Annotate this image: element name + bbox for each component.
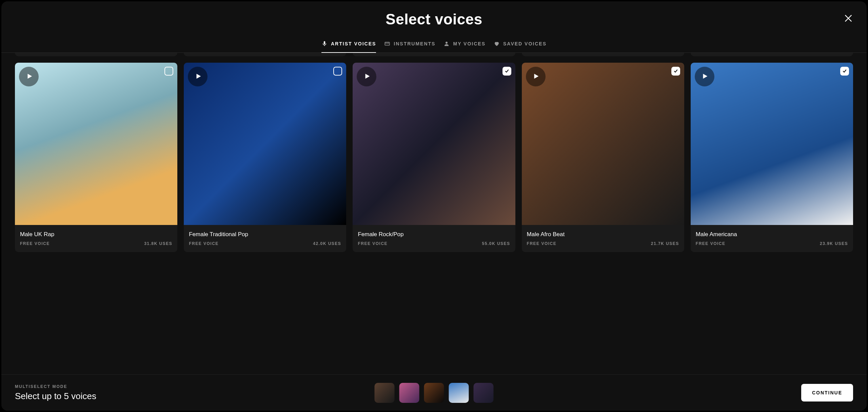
voice-card[interactable]: Male AmericanaFREE VOICE23.9K USES [691, 63, 853, 252]
play-button[interactable] [526, 67, 546, 86]
selected-voice-chip[interactable] [474, 383, 494, 403]
check-icon [673, 68, 678, 75]
voice-uses: 55.0K USES [482, 241, 510, 246]
multiselect-mode-label: MULTISELECT MODE [15, 384, 96, 389]
voice-title: Male Afro Beat [527, 231, 679, 238]
voice-artwork [15, 63, 177, 225]
select-checkbox[interactable] [164, 67, 173, 76]
check-icon [504, 68, 510, 75]
voice-artwork [353, 63, 515, 225]
tab-label: MY VOICES [453, 41, 486, 46]
voice-title: Female Traditional Pop [189, 231, 341, 238]
tab-label: SAVED VOICES [503, 41, 547, 46]
play-icon [25, 73, 33, 81]
play-button[interactable] [695, 67, 714, 86]
check-icon [842, 68, 847, 75]
voice-stats-row: FREE VOICE42.0K USES [189, 241, 341, 246]
voice-thumbnail [15, 63, 177, 225]
svg-rect-3 [386, 42, 387, 44]
play-icon [194, 73, 202, 81]
voice-title: Male UK Rap [20, 231, 172, 238]
voice-card[interactable]: Male Synth PopFREE VOICE28.9K USES [15, 53, 177, 56]
voice-card[interactable]: Female Talk-RapFREE VOICE25.7K USES [522, 53, 684, 56]
selected-voice-chip[interactable] [375, 383, 395, 403]
tab-instruments[interactable]: INSTRUMENTS [384, 36, 435, 53]
voice-meta: Male Afro BeatFREE VOICE21.7K USES [522, 225, 684, 252]
play-icon [531, 73, 540, 81]
voice-thumbnail [691, 63, 853, 225]
voice-grid-scroll[interactable]: Male Synth PopFREE VOICE28.9K USESMale A… [1, 53, 867, 411]
play-button[interactable] [19, 67, 39, 86]
voice-meta: Female Doo-Wop PopFREE VOICE38.5K USES [353, 53, 515, 56]
voice-artwork [184, 63, 346, 225]
voice-meta: Male Synth PopFREE VOICE28.9K USES [15, 53, 177, 56]
voice-card[interactable]: Male Alternative RockFREE VOICE39.4K USE… [184, 53, 346, 56]
voice-badge: FREE VOICE [527, 241, 557, 246]
voice-uses: 42.0K USES [313, 241, 341, 246]
voice-meta: Female Pop DiscoFREE VOICE32.8K USES [691, 53, 853, 56]
footer-info: MULTISELECT MODE Select up to 5 voices [15, 384, 96, 401]
tab-my-voices[interactable]: MY VOICES [443, 36, 486, 53]
select-checkbox[interactable] [333, 67, 342, 76]
voice-card[interactable]: Female Traditional PopFREE VOICE42.0K US… [184, 63, 346, 252]
select-voices-modal: Select voices ARTIST VOICES INSTRUMENTS [1, 1, 867, 411]
voice-artwork [691, 63, 853, 225]
tab-artist-voices[interactable]: ARTIST VOICES [321, 36, 376, 53]
heart-icon [494, 41, 500, 47]
selected-voice-chips [375, 383, 494, 403]
voice-badge: FREE VOICE [189, 241, 219, 246]
play-button[interactable] [188, 67, 208, 86]
voice-card[interactable]: Male UK RapFREE VOICE31.8K USES [15, 63, 177, 252]
play-icon [362, 73, 371, 81]
voice-meta: Male UK RapFREE VOICE31.8K USES [15, 225, 177, 252]
tab-saved-voices[interactable]: SAVED VOICES [494, 36, 547, 53]
voice-meta: Female Rock/PopFREE VOICE55.0K USES [353, 225, 515, 252]
tab-bar: ARTIST VOICES INSTRUMENTS MY VOICES SAVE… [1, 36, 867, 53]
modal-header: Select voices ARTIST VOICES INSTRUMENTS [1, 1, 867, 53]
tab-label: ARTIST VOICES [331, 41, 376, 46]
svg-rect-5 [388, 42, 389, 44]
voice-card[interactable]: Female Doo-Wop PopFREE VOICE38.5K USES [353, 53, 515, 56]
select-checkbox[interactable] [502, 67, 511, 76]
voice-card[interactable]: Male Afro BeatFREE VOICE21.7K USES [522, 63, 684, 252]
voice-uses: 31.8K USES [144, 241, 172, 246]
tab-label: INSTRUMENTS [394, 41, 435, 46]
close-button[interactable] [844, 14, 853, 23]
voice-card[interactable]: Female Pop DiscoFREE VOICE32.8K USES [691, 53, 853, 56]
voice-uses: 23.9K USES [820, 241, 848, 246]
voice-meta: Female Talk-RapFREE VOICE25.7K USES [522, 53, 684, 56]
person-icon [443, 41, 450, 47]
svg-point-6 [446, 42, 448, 44]
voice-badge: FREE VOICE [696, 241, 726, 246]
continue-button[interactable]: CONTINUE [801, 384, 853, 401]
piano-icon [384, 41, 390, 47]
voice-stats-row: FREE VOICE31.8K USES [20, 241, 172, 246]
select-checkbox[interactable] [840, 67, 849, 76]
voice-title: Female Rock/Pop [358, 231, 510, 238]
voice-meta: Female Traditional PopFREE VOICE42.0K US… [184, 225, 346, 252]
select-checkbox[interactable] [671, 67, 680, 76]
voice-meta: Male Alternative RockFREE VOICE39.4K USE… [184, 53, 346, 56]
voice-artwork [522, 63, 684, 225]
voice-thumbnail [353, 63, 515, 225]
voice-uses: 21.7K USES [651, 241, 679, 246]
voice-meta: Male AmericanaFREE VOICE23.9K USES [691, 225, 853, 252]
voice-thumbnail [184, 63, 346, 225]
voice-stats-row: FREE VOICE21.7K USES [527, 241, 679, 246]
voice-grid: Male Synth PopFREE VOICE28.9K USESMale A… [15, 53, 853, 252]
voice-title: Male Americana [696, 231, 848, 238]
play-button[interactable] [357, 67, 376, 86]
close-icon [844, 19, 853, 24]
selected-voice-chip[interactable] [449, 383, 469, 403]
voice-card[interactable]: Female Rock/PopFREE VOICE55.0K USES [353, 63, 515, 252]
selected-voice-chip[interactable] [424, 383, 444, 403]
selected-voice-chip[interactable] [399, 383, 419, 403]
footer-bar: MULTISELECT MODE Select up to 5 voices C… [1, 374, 867, 411]
multiselect-description: Select up to 5 voices [15, 391, 96, 401]
voice-badge: FREE VOICE [20, 241, 50, 246]
voice-badge: FREE VOICE [358, 241, 388, 246]
voice-stats-row: FREE VOICE23.9K USES [696, 241, 848, 246]
play-icon [700, 73, 709, 81]
microphone-icon [321, 41, 328, 47]
modal-title: Select voices [1, 11, 867, 28]
